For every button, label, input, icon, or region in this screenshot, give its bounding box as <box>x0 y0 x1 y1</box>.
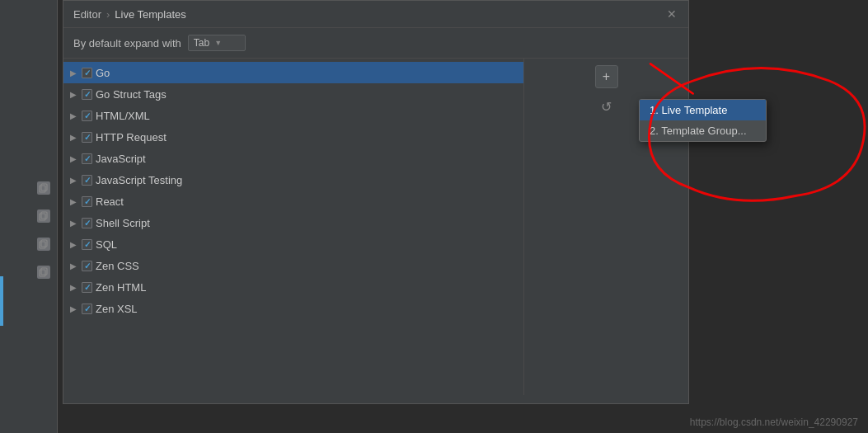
tree-item-zen-html[interactable]: ▶ Zen HTML <box>63 276 523 298</box>
tree-arrow-javascript-testing: ▶ <box>68 175 78 185</box>
tree-item-javascript[interactable]: ▶ JavaScript <box>63 148 523 169</box>
tree-arrow-go-struct-tags: ▶ <box>68 89 78 99</box>
tree-arrow-javascript: ▶ <box>68 153 78 163</box>
expand-select[interactable]: Tab ▼ <box>188 35 246 51</box>
checkbox-zen-html[interactable] <box>82 282 92 293</box>
copy-icon-1[interactable] <box>37 181 50 195</box>
svg-rect-2 <box>40 214 45 220</box>
copy-icon-2[interactable] <box>37 209 50 223</box>
expand-label: By default expand with <box>73 37 181 49</box>
add-dropdown-menu: 1. Live Template 2. Template Group... <box>639 99 767 142</box>
tree-item-go[interactable]: ▶ Go <box>63 62 523 83</box>
toolbar: By default expand with Tab ▼ <box>63 28 688 59</box>
url-bar: https://blog.csdn.net/weixin_42290927 <box>690 417 858 428</box>
copy-icon-4[interactable] <box>37 266 50 279</box>
tree-label-sql: SQL <box>96 238 117 251</box>
tree-item-sql[interactable]: ▶ SQL <box>63 233 523 255</box>
tree-arrow-zen-html: ▶ <box>68 282 78 292</box>
close-button[interactable]: ✕ <box>665 7 678 21</box>
checkbox-javascript-testing[interactable] <box>82 175 92 186</box>
tree-arrow-zen-xsl: ▶ <box>68 304 78 313</box>
checkbox-go[interactable] <box>82 68 92 78</box>
tree-label-go-struct-tags: Go Struct Tags <box>96 88 167 101</box>
copy-icon-3[interactable] <box>37 238 50 251</box>
tree-label-javascript-testing: JavaScript Testing <box>96 174 182 186</box>
svg-rect-5 <box>41 240 47 247</box>
tree-label-react: React <box>96 195 124 208</box>
tree-item-shell-script[interactable]: ▶ Shell Script <box>63 212 523 233</box>
dialog-header: Editor › Live Templates ✕ <box>63 1 688 28</box>
tree-item-go-struct-tags[interactable]: ▶ Go Struct Tags <box>63 83 523 105</box>
tree-label-zen-html: Zen HTML <box>96 281 146 294</box>
checkbox-shell-script[interactable] <box>82 218 92 228</box>
tree-item-zen-xsl[interactable]: ▶ Zen XSL <box>63 298 523 319</box>
settings-dialog: Editor › Live Templates ✕ By default exp… <box>63 0 689 404</box>
tree-label-html-xml: HTML/XML <box>96 110 150 122</box>
tree-arrow-shell-script: ▶ <box>68 218 78 228</box>
breadcrumb-separator: › <box>106 8 110 21</box>
tree-label-zen-css: Zen CSS <box>96 260 139 272</box>
checkbox-html-xml[interactable] <box>82 111 92 121</box>
template-tree[interactable]: ▶ Go ▶ Go Struct Tags ▶ HTML/XML ▶ HTTP … <box>63 59 523 395</box>
checkbox-go-struct-tags[interactable] <box>82 89 92 100</box>
tree-label-zen-xsl: Zen XSL <box>96 303 138 315</box>
tree-label-go: Go <box>96 67 110 79</box>
revert-button[interactable]: ↺ <box>595 95 618 118</box>
tree-arrow-go: ▶ <box>68 68 78 78</box>
checkbox-javascript[interactable] <box>82 153 92 164</box>
breadcrumb-current: Live Templates <box>115 8 185 21</box>
tree-item-zen-css[interactable]: ▶ Zen CSS <box>63 255 523 276</box>
svg-rect-6 <box>40 270 45 276</box>
tree-arrow-html-xml: ▶ <box>68 111 78 120</box>
tree-item-html-xml[interactable]: ▶ HTML/XML <box>63 105 523 126</box>
tree-arrow-react: ▶ <box>68 196 78 206</box>
tree-label-javascript: JavaScript <box>96 153 146 165</box>
breadcrumb: Editor › Live Templates <box>73 8 186 21</box>
tree-item-react[interactable]: ▶ React <box>63 191 523 212</box>
dropdown-item-template-group[interactable]: 2. Template Group... <box>640 120 766 141</box>
tree-label-shell-script: Shell Script <box>96 217 150 229</box>
checkbox-sql[interactable] <box>82 239 92 250</box>
tree-arrow-sql: ▶ <box>68 239 78 249</box>
tree-item-http-request[interactable]: ▶ HTTP Request <box>63 126 523 148</box>
checkbox-react[interactable] <box>82 196 92 207</box>
tree-arrow-http-request: ▶ <box>68 132 78 142</box>
svg-rect-1 <box>41 184 47 191</box>
svg-rect-3 <box>41 212 47 219</box>
tree-label-http-request: HTTP Request <box>96 131 167 144</box>
select-arrow-icon: ▼ <box>214 39 222 47</box>
checkbox-http-request[interactable] <box>82 132 92 143</box>
breadcrumb-parent: Editor <box>73 8 101 21</box>
left-sidebar <box>0 0 58 433</box>
svg-rect-7 <box>41 268 47 275</box>
select-value: Tab <box>194 37 209 49</box>
content-area: ▶ Go ▶ Go Struct Tags ▶ HTML/XML ▶ HTTP … <box>63 59 688 395</box>
checkbox-zen-xsl[interactable] <box>82 304 92 314</box>
tree-arrow-zen-css: ▶ <box>68 261 78 271</box>
checkbox-zen-css[interactable] <box>82 261 92 271</box>
tree-item-javascript-testing[interactable]: ▶ JavaScript Testing <box>63 169 523 191</box>
svg-rect-0 <box>40 186 45 192</box>
add-button[interactable]: + <box>595 65 618 88</box>
dropdown-item-live-template[interactable]: 1. Live Template <box>640 100 766 120</box>
svg-rect-4 <box>40 242 45 248</box>
active-indicator <box>0 276 3 326</box>
sidebar-icons <box>37 181 50 279</box>
